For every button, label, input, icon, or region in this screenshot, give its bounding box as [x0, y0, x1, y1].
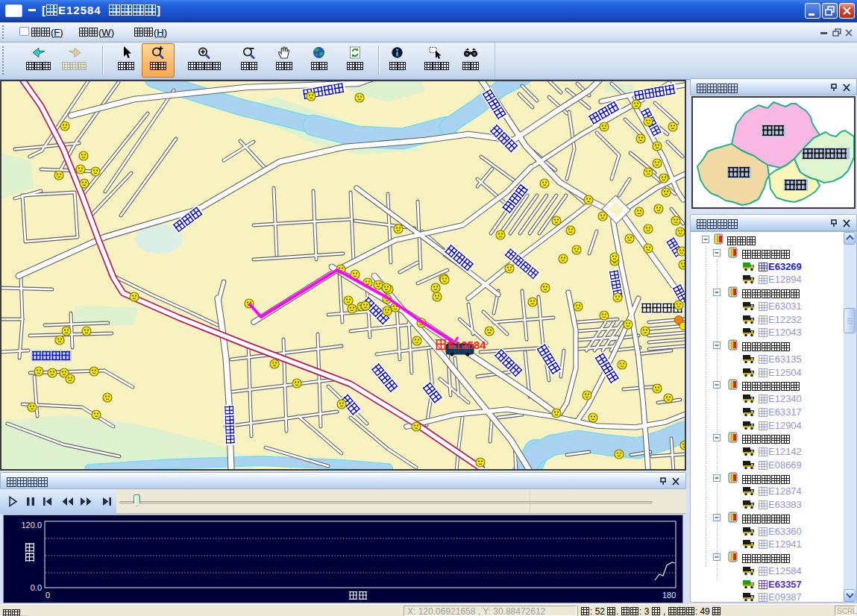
svg-text:180: 180 — [662, 591, 676, 600]
svg-text:E12584: E12584 — [448, 339, 486, 351]
svg-text:120.0: 120.0 — [21, 521, 42, 529]
svg-text:0: 0 — [45, 591, 50, 600]
svg-text:0.0: 0.0 — [31, 583, 42, 592]
